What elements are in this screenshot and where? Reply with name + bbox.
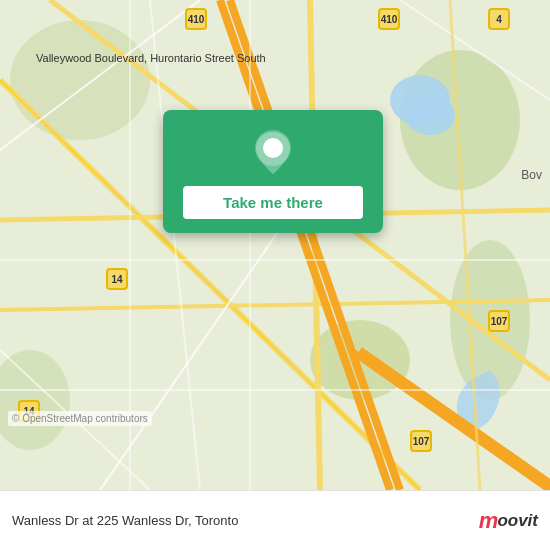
highway-badge-14: 14 [106, 268, 128, 290]
location-card: Take me there [163, 110, 383, 233]
svg-point-30 [266, 141, 280, 155]
take-me-there-button[interactable]: Take me there [183, 186, 363, 219]
bov-label: Bov [521, 168, 542, 182]
svg-point-1 [10, 20, 150, 140]
bottom-bar: Wanless Dr at 225 Wanless Dr, Toronto m … [0, 490, 550, 550]
highway-badge-410-right: 410 [378, 8, 400, 30]
moovit-logo: m oovit [479, 508, 538, 534]
moovit-rest: oovit [497, 511, 538, 531]
pin-icon [249, 128, 297, 176]
highway-badge-410: 410 [185, 8, 207, 30]
svg-point-7 [405, 95, 455, 135]
highway-badge-107: 107 [488, 310, 510, 332]
map-container: Valleywood Boulevard, Hurontario Street … [0, 0, 550, 490]
copyright-text: © OpenStreetMap contributors [8, 411, 152, 426]
highway-badge-107-bottom: 107 [410, 430, 432, 452]
address-text: Wanless Dr at 225 Wanless Dr, Toronto [12, 513, 479, 528]
moovit-m: m [479, 508, 498, 534]
street-label: Valleywood Boulevard, Hurontario Street … [36, 52, 266, 64]
highway-badge-4: 4 [488, 8, 510, 30]
